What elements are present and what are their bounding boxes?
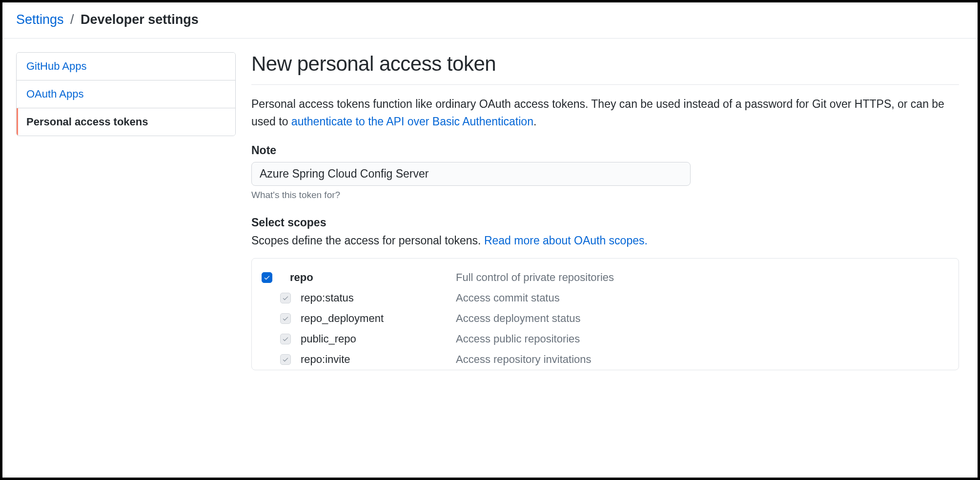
scope-checkbox-public-repo[interactable] <box>280 334 291 344</box>
check-icon <box>282 336 289 342</box>
scope-checkbox-repo-deployment[interactable] <box>280 313 291 324</box>
scope-row-repo-status: repo:status Access commit status <box>262 288 949 308</box>
breadcrumb-separator: / <box>70 12 74 27</box>
breadcrumb: Settings / Developer settings <box>2 2 978 39</box>
check-icon <box>282 315 289 322</box>
desc-text-post: . <box>533 115 536 128</box>
main-content: New personal access token Personal acces… <box>251 52 964 370</box>
scope-name: repo <box>290 271 456 284</box>
note-input[interactable] <box>251 162 691 186</box>
note-hint: What's this token for? <box>251 190 959 200</box>
scope-row-repo-deployment: repo_deployment Access deployment status <box>262 308 949 329</box>
scope-row-public-repo: public_repo Access public repositories <box>262 329 949 349</box>
sidebar-item-label: OAuth Apps <box>26 88 83 100</box>
auth-api-link[interactable]: authenticate to the API over Basic Authe… <box>291 115 533 128</box>
breadcrumb-settings-link[interactable]: Settings <box>16 12 64 27</box>
scope-row-repo: repo Full control of private repositorie… <box>262 267 949 288</box>
scopes-box: repo Full control of private repositorie… <box>251 258 959 370</box>
check-icon <box>264 274 270 281</box>
scopes-label: Select scopes <box>251 216 959 229</box>
check-icon <box>282 295 289 301</box>
scope-desc: Access commit status <box>456 292 560 304</box>
sidebar: GitHub Apps OAuth Apps Personal access t… <box>16 52 236 370</box>
scope-desc: Access deployment status <box>456 312 581 325</box>
sidebar-item-label: GitHub Apps <box>26 60 87 72</box>
check-icon <box>282 356 289 363</box>
sidebar-item-github-apps[interactable]: GitHub Apps <box>17 53 235 80</box>
scope-desc: Full control of private repositories <box>456 271 614 284</box>
scope-desc: Access repository invitations <box>456 353 592 366</box>
sidebar-item-personal-access-tokens[interactable]: Personal access tokens <box>17 108 235 136</box>
note-label: Note <box>251 144 959 157</box>
scopes-description: Scopes define the access for personal to… <box>251 234 959 247</box>
page-title: New personal access token <box>251 52 959 85</box>
scope-checkbox-repo[interactable] <box>262 272 272 283</box>
scope-name: public_repo <box>301 333 456 345</box>
scope-row-repo-invite: repo:invite Access repository invitation… <box>262 349 949 370</box>
scopes-desc-pre: Scopes define the access for personal to… <box>251 234 484 247</box>
breadcrumb-current: Developer settings <box>81 12 199 27</box>
sidebar-item-oauth-apps[interactable]: OAuth Apps <box>17 80 235 108</box>
sidenav: GitHub Apps OAuth Apps Personal access t… <box>16 52 236 136</box>
scope-name: repo:invite <box>301 353 456 366</box>
sidebar-item-label: Personal access tokens <box>26 116 148 128</box>
scope-name: repo:status <box>301 292 456 304</box>
page-description: Personal access tokens function like ord… <box>251 96 959 130</box>
scope-desc: Access public repositories <box>456 333 580 345</box>
scope-name: repo_deployment <box>301 312 456 325</box>
scope-checkbox-repo-status[interactable] <box>280 293 291 303</box>
scope-checkbox-repo-invite[interactable] <box>280 354 291 365</box>
oauth-scopes-link[interactable]: Read more about OAuth scopes. <box>484 234 648 247</box>
